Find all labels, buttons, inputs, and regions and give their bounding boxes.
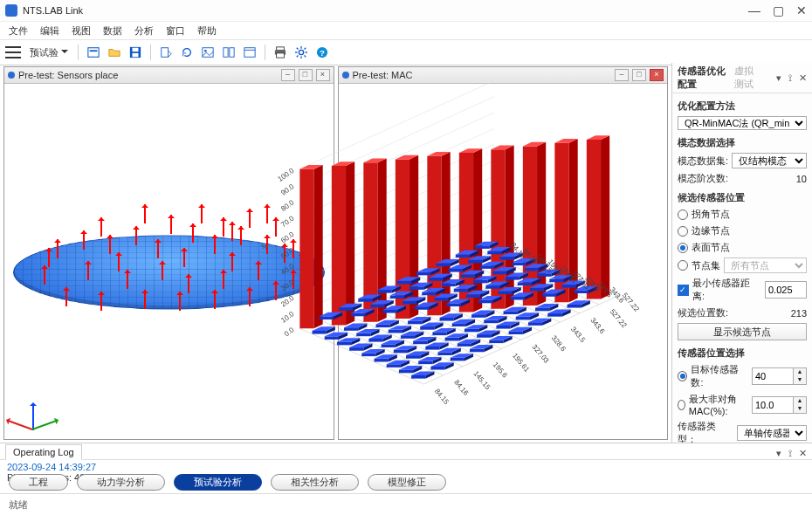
- minimize-icon[interactable]: —: [748, 3, 760, 17]
- menu-analysis[interactable]: 分析: [134, 24, 154, 38]
- svg-marker-353: [378, 290, 392, 293]
- log-dropdown-icon[interactable]: ▾: [776, 448, 781, 459]
- svg-marker-137: [425, 347, 439, 350]
- log-pin-icon[interactable]: ⟟: [788, 448, 792, 459]
- svg-rect-8: [224, 48, 228, 58]
- menu-data[interactable]: 数据: [103, 24, 122, 38]
- bottom-tabs: 工程动力学分析预试验分析相关性分析模型修正: [9, 474, 446, 491]
- gear-icon[interactable]: [292, 44, 310, 61]
- svg-marker-155: [542, 293, 556, 297]
- log-close-icon[interactable]: ✕: [799, 448, 807, 459]
- close-icon[interactable]: ✕: [796, 3, 807, 17]
- svg-text:343.5: 343.5: [569, 326, 587, 345]
- svg-marker-257: [376, 324, 390, 327]
- menu-window[interactable]: 窗口: [166, 24, 185, 38]
- log-tab[interactable]: Operating Log: [5, 444, 82, 460]
- svg-text:84.16: 84.16: [452, 379, 470, 398]
- svg-text:195.61: 195.61: [511, 352, 531, 374]
- log-header: Operating Log ▾ ⟟ ✕: [0, 443, 812, 460]
- refresh-icon[interactable]: [178, 44, 196, 61]
- svg-text:40.0: 40.0: [279, 262, 295, 277]
- maximize-icon[interactable]: ▢: [773, 3, 784, 17]
- bottom-tab-0[interactable]: 工程: [9, 474, 68, 491]
- bottom-tab-1[interactable]: 动力学分析: [77, 474, 165, 491]
- open-folder-icon[interactable]: [106, 44, 123, 61]
- svg-line-20: [297, 48, 299, 50]
- nodeset-select: 所有节点: [724, 258, 807, 273]
- menu-help[interactable]: 帮助: [197, 24, 217, 38]
- svg-marker-188: [549, 279, 563, 283]
- svg-rect-9: [230, 48, 234, 58]
- svg-marker-308: [499, 257, 513, 260]
- log-timestamp: 2023-09-24 14:39:27: [7, 462, 805, 472]
- svg-marker-203: [440, 318, 454, 321]
- svg-marker-107: [438, 352, 452, 355]
- svg-marker-248: [525, 268, 539, 271]
- svg-marker-362: [436, 264, 450, 267]
- svg-marker-266: [434, 298, 448, 301]
- save-icon[interactable]: [127, 44, 144, 61]
- svg-marker-239: [466, 294, 480, 298]
- svg-marker-293: [403, 301, 416, 305]
- columns-icon[interactable]: [220, 44, 237, 61]
- svg-marker-230: [408, 321, 422, 325]
- svg-marker-272: [473, 280, 487, 284]
- svg-text:328.6: 328.6: [550, 334, 568, 354]
- svg-marker-99: [601, 135, 609, 299]
- svg-marker-254: [356, 333, 370, 337]
- svg-marker-134: [406, 355, 420, 359]
- window-title: NTS.LAB Link: [23, 5, 748, 16]
- svg-text:527.22: 527.22: [609, 307, 629, 329]
- svg-marker-92: [547, 313, 561, 317]
- hamburger-icon[interactable]: [5, 46, 21, 58]
- svg-marker-269: [454, 289, 468, 292]
- svg-marker-290: [383, 310, 397, 313]
- svg-marker-365: [456, 254, 470, 258]
- image-icon[interactable]: [199, 44, 217, 61]
- menu-edit[interactable]: 编辑: [40, 24, 59, 38]
- svg-marker-323: [390, 295, 404, 299]
- svg-marker-119: [516, 317, 530, 320]
- menu-view[interactable]: 视图: [72, 24, 91, 38]
- export-icon[interactable]: [157, 44, 175, 61]
- browse-icon[interactable]: [85, 44, 102, 61]
- mac-viewport[interactable]: 0.010.020.030.040.050.060.070.080.090.01…: [0, 63, 812, 443]
- svg-marker-335: [468, 260, 482, 264]
- pretest-dropdown[interactable]: 预试验: [30, 46, 68, 59]
- svg-marker-338: [487, 251, 501, 255]
- svg-marker-317: [351, 313, 365, 317]
- svg-text:60.0: 60.0: [279, 230, 295, 245]
- bottom-tab-2[interactable]: 预试验分析: [174, 474, 262, 491]
- svg-marker-299: [442, 283, 456, 286]
- svg-text:90.0: 90.0: [279, 182, 295, 197]
- bottom-tab-3[interactable]: 相关性分析: [271, 474, 359, 491]
- svg-marker-149: [504, 311, 518, 314]
- svg-marker-185: [530, 288, 544, 292]
- svg-line-21: [305, 56, 306, 58]
- bottom-tab-4[interactable]: 模型修正: [368, 474, 446, 491]
- svg-text:343.6: 343.6: [588, 317, 606, 336]
- svg-marker-191: [361, 353, 375, 356]
- svg-marker-368: [475, 245, 489, 249]
- menu-file[interactable]: 文件: [9, 24, 28, 38]
- svg-marker-74: [430, 367, 444, 370]
- svg-text:%: %: [261, 243, 267, 251]
- workspace: Pre-test: Sensors place – □ × Pre-test: …: [0, 63, 671, 443]
- svg-marker-197: [401, 335, 415, 339]
- svg-marker-158: [561, 285, 575, 288]
- window-icon[interactable]: [241, 44, 258, 61]
- svg-marker-218: [537, 273, 551, 277]
- svg-rect-12: [277, 47, 285, 51]
- svg-marker-341: [299, 169, 313, 329]
- svg-marker-296: [422, 292, 436, 296]
- print-icon[interactable]: [272, 44, 289, 61]
- svg-text:327.03: 327.03: [530, 343, 550, 365]
- svg-marker-140: [445, 338, 459, 341]
- svg-text:?: ?: [320, 48, 325, 58]
- svg-marker-200: [420, 326, 434, 330]
- help-icon[interactable]: ?: [313, 44, 331, 61]
- svg-marker-101: [399, 370, 413, 374]
- svg-text:145.15: 145.15: [472, 369, 492, 391]
- svg-marker-176: [471, 314, 485, 318]
- svg-marker-284: [344, 327, 358, 331]
